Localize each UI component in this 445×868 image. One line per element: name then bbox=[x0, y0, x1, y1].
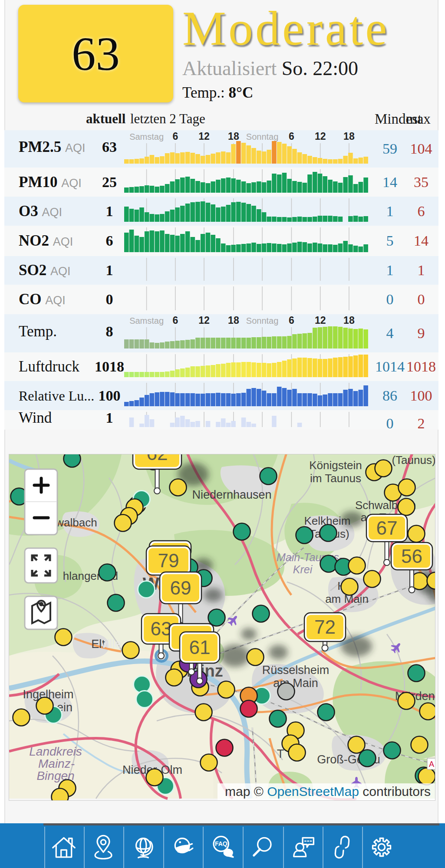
svg-text:FAQ: FAQ bbox=[214, 840, 227, 847]
svg-text:Niedernhausen: Niedernhausen bbox=[192, 488, 271, 501]
svg-text:ville: ville bbox=[101, 638, 122, 651]
svg-text:Samstag: Samstag bbox=[129, 316, 164, 326]
svg-text:62: 62 bbox=[147, 454, 168, 464]
svg-text:69: 69 bbox=[170, 577, 191, 598]
svg-text:map © OpenStreetMap contributo: map © OpenStreetMap contributors bbox=[225, 784, 431, 799]
svg-text:56: 56 bbox=[401, 546, 422, 567]
svg-text:18: 18 bbox=[343, 315, 355, 326]
svg-text:Sonntag: Sonntag bbox=[246, 132, 279, 141]
svg-text:18: 18 bbox=[228, 131, 239, 142]
svg-text:61: 61 bbox=[189, 637, 211, 658]
svg-text:72: 72 bbox=[314, 616, 336, 638]
svg-text:12: 12 bbox=[198, 131, 210, 142]
svg-text:6: 6 bbox=[172, 131, 178, 142]
svg-text:Mainz-: Mainz- bbox=[38, 757, 75, 770]
svg-text:Krei: Krei bbox=[293, 563, 313, 575]
svg-text:18: 18 bbox=[228, 315, 239, 326]
svg-text:67: 67 bbox=[376, 517, 398, 539]
svg-text:Samstag: Samstag bbox=[129, 132, 164, 141]
svg-text:A: A bbox=[429, 760, 434, 769]
svg-text:T: T bbox=[277, 747, 284, 760]
svg-text:6: 6 bbox=[172, 315, 178, 326]
svg-text:im Taunus: im Taunus bbox=[310, 472, 361, 485]
svg-text:hlangen: hlangen bbox=[63, 569, 103, 582]
svg-text:12: 12 bbox=[315, 315, 326, 326]
svg-text:12: 12 bbox=[198, 315, 210, 326]
svg-text:den: den bbox=[415, 690, 435, 703]
svg-text:18: 18 bbox=[343, 131, 355, 142]
svg-text:walbach: walbach bbox=[55, 516, 97, 529]
svg-text:Königstein: Königstein bbox=[309, 459, 362, 472]
svg-text:(Taunus): (Taunus) bbox=[392, 454, 435, 467]
svg-text:63: 63 bbox=[151, 618, 172, 639]
svg-text:Sonntag: Sonntag bbox=[246, 316, 279, 326]
svg-text:12: 12 bbox=[315, 131, 326, 142]
svg-text:6: 6 bbox=[289, 315, 294, 326]
svg-text:6: 6 bbox=[289, 131, 294, 142]
svg-text:Rüsselsheim: Rüsselsheim bbox=[262, 664, 330, 677]
svg-text:Landkreis: Landkreis bbox=[29, 745, 82, 758]
svg-text:79: 79 bbox=[158, 550, 179, 571]
